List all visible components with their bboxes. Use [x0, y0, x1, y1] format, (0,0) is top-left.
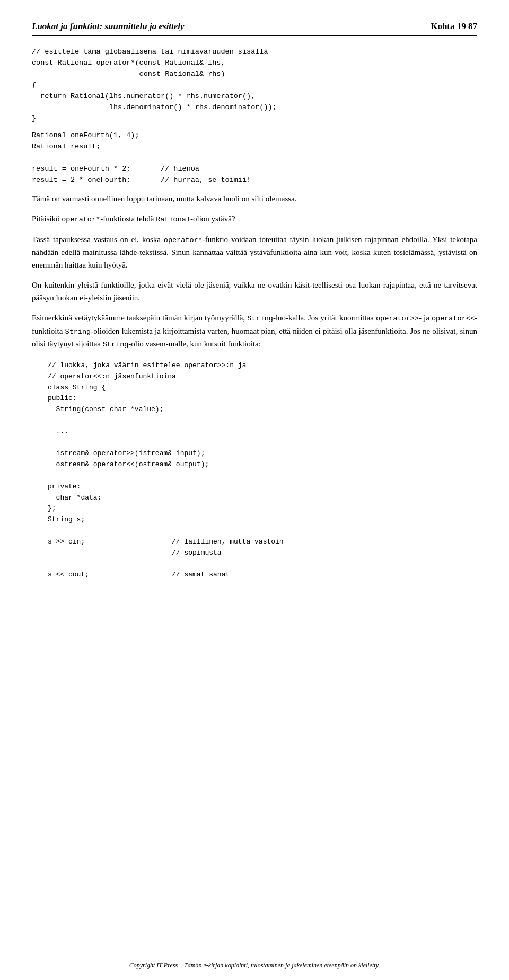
para3-text-start: Tässä tapauksessa vastaus on ei, koska — [32, 235, 164, 244]
para2-code2: Rational — [156, 216, 190, 224]
para3-code: operator* — [164, 236, 203, 244]
header-page-number: Kohta 19 87 — [431, 21, 477, 32]
para2-text-start: Pitäisikö — [32, 215, 62, 223]
code-block-3: // luokka, joka väärin esittelee operato… — [48, 360, 477, 581]
para5-code5: String — [103, 341, 129, 349]
para5-code1: String — [247, 315, 273, 323]
page-header: Luokat ja funktiot: suunnittelu ja esitt… — [32, 21, 477, 36]
para2-text-mid: -funktiosta tehdä — [100, 215, 156, 223]
para5-text-end: -olio vasem-malle, kun kutsuit funktioit… — [128, 340, 261, 348]
para2-code1: operator* — [62, 216, 100, 224]
paragraph-5: Esimerkkinä vetäytykäämme taaksepäin täm… — [32, 311, 477, 351]
code-block-1: // esittele tämä globaalisena tai nimiav… — [32, 47, 477, 124]
paragraph-4: On kuitenkin yleistä funktioille, jotka … — [32, 279, 477, 304]
para5-text-start: Esimerkkinä vetäytykäämme taaksepäin täm… — [32, 314, 247, 322]
para5-code4: String — [65, 328, 91, 336]
paragraph-2: Pitäisikö operator*-funktiosta tehdä Rat… — [32, 212, 477, 226]
footer-text: Copyright IT Press – Tämän e-kirjan kopi… — [129, 961, 380, 969]
para5-text-mid2: - ja — [419, 314, 432, 322]
para2-text-end: -olion ystävä? — [190, 215, 235, 223]
para5-code2: operator>> — [376, 315, 419, 323]
header-title: Luokat ja funktiot: suunnittelu ja esitt… — [32, 21, 185, 32]
code-block-2: Rational oneFourth(1, 4); Rational resul… — [32, 130, 477, 186]
para5-text-mid1: -luo-kalla. Jos yrität kuormittaa — [273, 314, 376, 322]
para5-code3: operator<< — [432, 315, 475, 323]
page-footer: Copyright IT Press – Tämän e-kirjan kopi… — [32, 958, 477, 969]
page: Luokat ja funktiot: suunnittelu ja esitt… — [0, 0, 509, 980]
paragraph-1: Tämä on varmasti onnellinen loppu tarina… — [32, 192, 477, 205]
paragraph-3: Tässä tapauksessa vastaus on ei, koska o… — [32, 233, 477, 272]
